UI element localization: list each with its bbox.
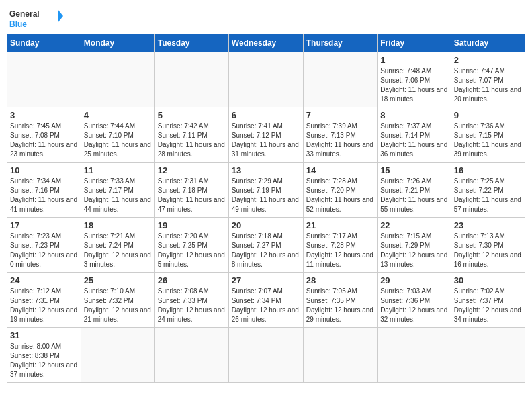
day-number: 29 [380, 275, 448, 285]
day-cell: 30Sunrise: 7:02 AMSunset: 7:37 PMDayligh… [451, 273, 525, 328]
day-cell: 29Sunrise: 7:03 AMSunset: 7:36 PMDayligh… [378, 273, 451, 328]
day-number: 28 [306, 275, 374, 285]
day-number: 12 [158, 165, 226, 175]
day-info: Sunrise: 7:10 AMSunset: 7:32 PMDaylight:… [84, 287, 152, 324]
day-cell: 1Sunrise: 7:48 AMSunset: 7:06 PMDaylight… [378, 52, 451, 107]
day-cell: 13Sunrise: 7:29 AMSunset: 7:19 PMDayligh… [228, 163, 303, 218]
day-number: 19 [158, 220, 226, 230]
day-cell: 19Sunrise: 7:20 AMSunset: 7:25 PMDayligh… [154, 218, 228, 273]
day-number: 25 [84, 275, 152, 285]
day-info: Sunrise: 7:23 AMSunset: 7:23 PMDaylight:… [10, 232, 78, 269]
day-number: 2 [454, 55, 522, 65]
day-number: 6 [232, 110, 300, 120]
day-cell: 3Sunrise: 7:45 AMSunset: 7:08 PMDaylight… [7, 107, 81, 163]
week-row-5: 24Sunrise: 7:12 AMSunset: 7:31 PMDayligh… [7, 273, 525, 328]
day-number: 1 [380, 55, 448, 65]
day-number: 18 [84, 220, 152, 230]
day-number: 8 [380, 110, 448, 120]
day-number: 14 [306, 165, 374, 175]
logo-icon: General Blue [9, 7, 63, 31]
day-number: 20 [232, 220, 300, 230]
day-number: 11 [84, 165, 152, 175]
day-number: 26 [158, 275, 226, 285]
day-cell: 27Sunrise: 7:07 AMSunset: 7:34 PMDayligh… [228, 273, 303, 328]
calendar-header-row: SundayMondayTuesdayWednesdayThursdayFrid… [7, 34, 525, 52]
day-number: 7 [306, 110, 374, 120]
day-info: Sunrise: 7:26 AMSunset: 7:21 PMDaylight:… [380, 177, 448, 214]
day-info: Sunrise: 7:29 AMSunset: 7:19 PMDaylight:… [232, 177, 300, 214]
day-info: Sunrise: 7:42 AMSunset: 7:11 PMDaylight:… [158, 122, 226, 159]
day-cell [154, 328, 228, 383]
day-info: Sunrise: 7:45 AMSunset: 7:08 PMDaylight:… [10, 122, 78, 159]
day-info: Sunrise: 8:00 AMSunset: 8:38 PMDaylight:… [10, 342, 78, 379]
day-cell [81, 52, 154, 107]
week-row-2: 3Sunrise: 7:45 AMSunset: 7:08 PMDaylight… [7, 107, 525, 163]
day-cell [154, 52, 228, 107]
day-cell: 22Sunrise: 7:15 AMSunset: 7:29 PMDayligh… [378, 218, 451, 273]
day-number: 23 [454, 220, 522, 230]
svg-text:Blue: Blue [9, 19, 27, 29]
day-info: Sunrise: 7:33 AMSunset: 7:17 PMDaylight:… [84, 177, 152, 214]
day-info: Sunrise: 7:21 AMSunset: 7:24 PMDaylight:… [84, 232, 152, 269]
day-number: 3 [10, 110, 78, 120]
day-number: 24 [10, 275, 78, 285]
day-cell: 15Sunrise: 7:26 AMSunset: 7:21 PMDayligh… [378, 163, 451, 218]
day-info: Sunrise: 7:03 AMSunset: 7:36 PMDaylight:… [380, 287, 448, 324]
week-row-4: 17Sunrise: 7:23 AMSunset: 7:23 PMDayligh… [7, 218, 525, 273]
day-number: 13 [232, 165, 300, 175]
day-cell: 10Sunrise: 7:34 AMSunset: 7:16 PMDayligh… [7, 163, 81, 218]
svg-text:General: General [9, 9, 40, 19]
header: General Blue [7, 7, 525, 31]
day-info: Sunrise: 7:08 AMSunset: 7:33 PMDaylight:… [158, 287, 226, 324]
day-cell: 31Sunrise: 8:00 AMSunset: 8:38 PMDayligh… [7, 328, 81, 383]
day-cell: 26Sunrise: 7:08 AMSunset: 7:33 PMDayligh… [154, 273, 228, 328]
day-cell [451, 328, 525, 383]
day-number: 4 [84, 110, 152, 120]
day-info: Sunrise: 7:20 AMSunset: 7:25 PMDaylight:… [158, 232, 226, 269]
day-info: Sunrise: 7:05 AMSunset: 7:35 PMDaylight:… [306, 287, 374, 324]
day-cell: 17Sunrise: 7:23 AMSunset: 7:23 PMDayligh… [7, 218, 81, 273]
day-cell: 28Sunrise: 7:05 AMSunset: 7:35 PMDayligh… [303, 273, 377, 328]
day-number: 21 [306, 220, 374, 230]
day-cell [228, 52, 303, 107]
day-info: Sunrise: 7:18 AMSunset: 7:27 PMDaylight:… [232, 232, 300, 269]
day-cell [7, 52, 81, 107]
day-info: Sunrise: 7:02 AMSunset: 7:37 PMDaylight:… [454, 287, 522, 324]
day-info: Sunrise: 7:37 AMSunset: 7:14 PMDaylight:… [380, 122, 448, 159]
day-info: Sunrise: 7:28 AMSunset: 7:20 PMDaylight:… [306, 177, 374, 214]
day-number: 27 [232, 275, 300, 285]
week-row-3: 10Sunrise: 7:34 AMSunset: 7:16 PMDayligh… [7, 163, 525, 218]
day-number: 5 [158, 110, 226, 120]
day-cell: 9Sunrise: 7:36 AMSunset: 7:15 PMDaylight… [451, 107, 525, 163]
day-info: Sunrise: 7:07 AMSunset: 7:34 PMDaylight:… [232, 287, 300, 324]
day-cell: 16Sunrise: 7:25 AMSunset: 7:22 PMDayligh… [451, 163, 525, 218]
col-header-thursday: Thursday [303, 34, 377, 52]
day-info: Sunrise: 7:34 AMSunset: 7:16 PMDaylight:… [10, 177, 78, 214]
day-info: Sunrise: 7:15 AMSunset: 7:29 PMDaylight:… [380, 232, 448, 269]
day-cell [228, 328, 303, 383]
day-info: Sunrise: 7:13 AMSunset: 7:30 PMDaylight:… [454, 232, 522, 269]
day-info: Sunrise: 7:17 AMSunset: 7:28 PMDaylight:… [306, 232, 374, 269]
day-number: 10 [10, 165, 78, 175]
day-cell: 2Sunrise: 7:47 AMSunset: 7:07 PMDaylight… [451, 52, 525, 107]
day-cell: 4Sunrise: 7:44 AMSunset: 7:10 PMDaylight… [81, 107, 154, 163]
day-info: Sunrise: 7:31 AMSunset: 7:18 PMDaylight:… [158, 177, 226, 214]
day-number: 15 [380, 165, 448, 175]
day-cell [378, 328, 451, 383]
day-cell: 20Sunrise: 7:18 AMSunset: 7:27 PMDayligh… [228, 218, 303, 273]
day-info: Sunrise: 7:25 AMSunset: 7:22 PMDaylight:… [454, 177, 522, 214]
day-cell: 25Sunrise: 7:10 AMSunset: 7:32 PMDayligh… [81, 273, 154, 328]
day-cell: 18Sunrise: 7:21 AMSunset: 7:24 PMDayligh… [81, 218, 154, 273]
day-cell: 24Sunrise: 7:12 AMSunset: 7:31 PMDayligh… [7, 273, 81, 328]
day-info: Sunrise: 7:41 AMSunset: 7:12 PMDaylight:… [232, 122, 300, 159]
day-number: 17 [10, 220, 78, 230]
day-number: 16 [454, 165, 522, 175]
day-cell: 21Sunrise: 7:17 AMSunset: 7:28 PMDayligh… [303, 218, 377, 273]
day-number: 31 [10, 330, 78, 340]
day-number: 9 [454, 110, 522, 120]
col-header-sunday: Sunday [7, 34, 81, 52]
day-info: Sunrise: 7:36 AMSunset: 7:15 PMDaylight:… [454, 122, 522, 159]
logo: General Blue [9, 7, 63, 31]
day-cell: 14Sunrise: 7:28 AMSunset: 7:20 PMDayligh… [303, 163, 377, 218]
day-cell: 7Sunrise: 7:39 AMSunset: 7:13 PMDaylight… [303, 107, 377, 163]
